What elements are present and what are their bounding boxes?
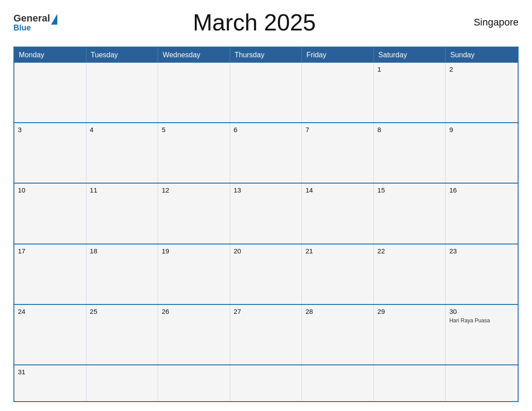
day-cell: 1: [374, 63, 446, 122]
day-header-monday: Monday: [14, 47, 86, 63]
day-cell: 9: [446, 123, 518, 183]
day-cell: [230, 365, 302, 401]
day-cell: 30Hari Raya Puasa: [446, 305, 518, 364]
week-row-1: 12: [14, 63, 518, 122]
day-cell: 20: [230, 244, 302, 304]
day-number: 11: [90, 186, 98, 194]
month-title: March 2025: [57, 9, 451, 36]
day-number: 13: [234, 186, 241, 194]
day-number: 1: [378, 65, 381, 73]
day-number: 15: [378, 186, 385, 194]
day-cell: 4: [86, 123, 159, 183]
day-cell: 13: [230, 184, 302, 243]
day-header-sunday: Sunday: [446, 47, 518, 63]
day-cell: 27: [230, 305, 302, 364]
day-number: 27: [234, 308, 241, 315]
day-cell: 5: [158, 123, 230, 183]
day-number: 4: [90, 126, 94, 133]
calendar: MondayTuesdayWednesdayThursdayFridaySatu…: [13, 47, 519, 402]
day-number: 14: [305, 186, 313, 194]
header: General Blue March 2025 Singapore: [13, 9, 519, 39]
day-header-friday: Friday: [302, 47, 374, 63]
day-number: 9: [449, 126, 453, 133]
calendar-body: 1234567891011121314151617181920212223242…: [14, 63, 518, 401]
day-number: 29: [378, 308, 385, 315]
day-number: 26: [162, 308, 169, 315]
logo-blue-text: Blue: [13, 23, 31, 33]
day-cell: 23: [446, 244, 518, 304]
day-cell: 15: [374, 184, 446, 243]
day-number: 8: [378, 126, 381, 133]
week-row-3: 10111213141516: [14, 183, 518, 243]
week-row-5: 24252627282930Hari Raya Puasa: [14, 304, 518, 364]
day-number: 19: [162, 247, 169, 255]
logo-general-text: General: [13, 13, 50, 24]
day-cell: 25: [86, 305, 159, 364]
day-cell: 17: [14, 244, 86, 304]
day-cell: [446, 365, 518, 401]
day-number: 20: [234, 247, 241, 255]
day-cell: 3: [14, 123, 86, 183]
day-number: 7: [305, 126, 309, 133]
day-cell: 24: [14, 305, 86, 364]
logo-text: General: [13, 13, 57, 24]
page: General Blue March 2025 Singapore Monday…: [0, 0, 532, 411]
day-cell: [158, 365, 230, 401]
day-cell: 12: [158, 184, 230, 243]
day-cell: 18: [86, 244, 159, 304]
day-number: 23: [449, 247, 457, 255]
day-event: Hari Raya Puasa: [449, 317, 514, 324]
day-number: 22: [378, 247, 385, 255]
day-cell: 28: [302, 305, 374, 364]
day-number: 30: [449, 308, 457, 315]
week-row-4: 17181920212223: [14, 244, 518, 304]
day-number: 2: [449, 65, 453, 73]
day-number: 6: [234, 126, 237, 133]
day-cell: 21: [302, 244, 374, 304]
day-header-wednesday: Wednesday: [158, 47, 230, 63]
day-cell: 22: [374, 244, 446, 304]
day-cell: 31: [14, 365, 86, 401]
day-cell: 10: [14, 184, 86, 243]
day-header-tuesday: Tuesday: [86, 47, 159, 63]
week-row-2: 3456789: [14, 122, 518, 183]
day-number: 31: [18, 368, 26, 376]
day-cell: [374, 365, 446, 401]
day-number: 3: [18, 126, 21, 133]
day-cell: [302, 365, 374, 401]
day-number: 5: [162, 126, 165, 133]
day-headers-row: MondayTuesdayWednesdayThursdayFridaySatu…: [14, 47, 518, 63]
day-cell: 8: [374, 123, 446, 183]
day-cell: 26: [158, 305, 230, 364]
day-cell: 14: [302, 184, 374, 243]
day-cell: [158, 63, 230, 122]
country-label: Singapore: [451, 17, 519, 28]
day-cell: [302, 63, 374, 122]
day-cell: 19: [158, 244, 230, 304]
logo: General Blue: [13, 13, 57, 33]
day-cell: 16: [446, 184, 518, 243]
day-number: 17: [18, 247, 26, 255]
day-number: 16: [449, 186, 457, 194]
day-cell: 11: [86, 184, 159, 243]
day-cell: 2: [446, 63, 518, 122]
day-header-saturday: Saturday: [374, 47, 446, 63]
day-cell: [86, 63, 159, 122]
day-cell: 29: [374, 305, 446, 364]
day-number: 24: [18, 308, 26, 315]
day-number: 25: [90, 308, 98, 315]
day-number: 28: [305, 308, 313, 315]
logo-triangle-icon: [51, 14, 57, 25]
day-number: 18: [90, 247, 98, 255]
day-cell: [230, 63, 302, 122]
day-number: 10: [18, 186, 26, 194]
day-cell: 6: [230, 123, 302, 183]
day-cell: [86, 365, 159, 401]
week-row-6: 31: [14, 364, 518, 401]
day-header-thursday: Thursday: [230, 47, 302, 63]
day-cell: [14, 63, 86, 122]
day-number: 12: [162, 186, 169, 194]
day-number: 21: [305, 247, 313, 255]
day-cell: 7: [302, 123, 374, 183]
